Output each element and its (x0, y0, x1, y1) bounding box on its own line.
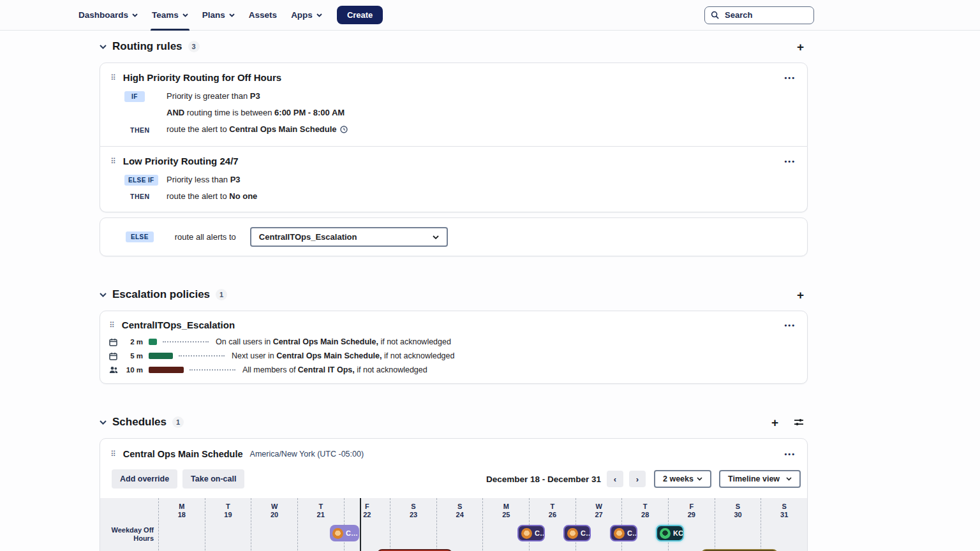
schedule-card: ⠿ Central Ops Main Schedule America/New … (100, 438, 808, 551)
nav-item-label: Plans (202, 10, 225, 20)
day-column: S23 (390, 498, 436, 551)
else-text: route all alerts to (175, 232, 236, 242)
count-badge: 1 (216, 289, 227, 300)
next-period-button[interactable]: › (629, 471, 646, 487)
escalation-step: 2 m On call users in Central Ops Main Sc… (109, 337, 796, 346)
routing-rules-section-header: Routing rules 3 + (100, 37, 808, 56)
more-menu-icon[interactable]: ••• (784, 74, 796, 82)
more-menu-icon[interactable]: ••• (784, 321, 796, 329)
routing-rule-card: ⠿ High Priority Routing for Off Hours ••… (100, 62, 808, 147)
selected-value: CentralITOps_Escalation (259, 232, 357, 242)
period-select[interactable]: 2 weeks (654, 470, 711, 488)
day-column: M18 (158, 498, 205, 551)
shift-label: C… (346, 529, 358, 537)
shift-label: C… (627, 529, 637, 537)
filter-sliders-icon[interactable] (794, 418, 804, 427)
duration-bar (149, 339, 157, 345)
else-badge: ELSE (126, 231, 154, 242)
view-select[interactable]: Timeline view (719, 470, 801, 488)
team-operations-page: Routing rules 3 + ⠿ High Priority Routin… (100, 37, 808, 551)
drag-handle-icon[interactable]: ⠿ (109, 321, 115, 329)
day-column: S30 (715, 498, 761, 551)
day-column: T19 (205, 498, 251, 551)
date-range-label: December 18 - December 31 (486, 474, 601, 484)
avatar (521, 528, 532, 539)
chevron-down-icon (433, 235, 439, 239)
shift-pill[interactable]: C… (610, 525, 637, 541)
nav-item-apps[interactable]: Apps (284, 0, 329, 30)
more-menu-icon[interactable]: ••• (784, 450, 796, 458)
add-override-button[interactable]: Add override (112, 469, 177, 489)
chevron-down-icon (182, 13, 188, 17)
condition-text: AND routing time is between 6:00 PM - 8:… (167, 107, 796, 119)
escalation-policy-name: CentralITOps_Escalation (122, 320, 235, 330)
escalation-step: 5 m Next user in Central Ops Main Schedu… (109, 351, 796, 360)
nav-item-label: Dashboards (78, 10, 128, 20)
collapse-chevron-icon[interactable] (100, 293, 107, 297)
drag-handle-icon[interactable]: ⠿ (110, 158, 116, 165)
else-rule-card: ELSE route all alerts to CentralITOps_Es… (100, 217, 808, 256)
create-button[interactable]: Create (337, 6, 383, 24)
shift-pill[interactable]: C… (563, 525, 591, 541)
shift-pill[interactable]: C… (330, 525, 359, 541)
people-icon (109, 366, 120, 374)
escalation-step-text: On call users in Central Ops Main Schedu… (216, 337, 451, 346)
day-column: W20 (251, 498, 297, 551)
nav-item-dashboards[interactable]: Dashboards (71, 0, 145, 30)
previous-period-button[interactable]: ‹ (607, 471, 623, 487)
selected-value: Timeline view (728, 474, 780, 483)
schedule-timeline: M18 T19 W20 T21 F22 S23 S24 M25 T26 W27 … (100, 498, 807, 551)
day-column: S31 (761, 498, 807, 551)
search-box[interactable] (704, 6, 814, 24)
search-input[interactable] (724, 10, 808, 20)
condition-text: Priority is greater than P3 (167, 90, 796, 103)
schedule-timezone: America/New York (UTC -05:00) (250, 450, 364, 459)
chevron-down-icon (316, 13, 322, 17)
routing-rules-list: ⠿ High Priority Routing for Off Hours ••… (100, 62, 808, 212)
condition-text: Priority less than P3 (167, 173, 796, 186)
timeline-day-columns: M18 T19 W20 T21 F22 S23 S24 M25 T26 W27 … (158, 498, 807, 551)
section-title: Schedules (112, 416, 167, 429)
schedules-section-header: Schedules 1 + (100, 413, 808, 432)
action-text: route the alert to No one (167, 190, 796, 203)
nav-item-assets[interactable]: Assets (242, 0, 284, 30)
escalation-policy-select[interactable]: CentralITOps_Escalation (250, 227, 448, 247)
search-container (704, 6, 814, 24)
chevron-down-icon (132, 13, 138, 17)
nav-item-teams[interactable]: Teams (145, 0, 195, 30)
escalation-policy-card: ⠿ CentralITOps_Escalation ••• 2 m On cal… (100, 311, 808, 384)
shift-pill[interactable]: KC (656, 525, 684, 541)
nav-item-label: Teams (152, 10, 179, 20)
drag-handle-icon[interactable]: ⠿ (110, 450, 116, 458)
count-badge: 3 (188, 41, 200, 52)
rule-title: High Priority Routing for Off Hours (123, 72, 281, 83)
shift-label: C… (581, 529, 591, 537)
dotted-leader (189, 369, 235, 371)
add-escalation-policy-button[interactable]: + (797, 289, 804, 301)
escalation-policies-section-header: Escalation policies 1 + (100, 285, 808, 304)
escalation-delay: 2 m (120, 338, 143, 346)
then-label: THEN (124, 193, 167, 200)
drag-handle-icon[interactable]: ⠿ (110, 74, 116, 82)
shift-label: C… (535, 529, 545, 537)
top-navigation: Dashboards Teams Plans Assets Apps Creat… (0, 0, 980, 31)
more-menu-icon[interactable]: ••• (784, 158, 796, 165)
nav-item-plans[interactable]: Plans (195, 0, 242, 30)
add-schedule-button[interactable]: + (771, 416, 778, 429)
escalation-delay: 10 m (120, 366, 143, 374)
rotation-row-label: Weekday OffHours (100, 526, 154, 543)
avatar (332, 528, 343, 539)
escalation-step-text: All members of Central IT Ops, if not ac… (242, 365, 427, 374)
else-if-badge: ELSE IF (124, 175, 158, 186)
then-label: THEN (124, 126, 167, 134)
collapse-chevron-icon[interactable] (100, 45, 107, 49)
dotted-leader (163, 341, 209, 342)
add-routing-rule-button[interactable]: + (797, 41, 804, 53)
duration-bar (149, 367, 184, 373)
current-time-indicator (360, 498, 361, 551)
take-oncall-button[interactable]: Take on-call (182, 469, 244, 489)
schedule-toolbar: Add override Take on-call December 18 - … (100, 459, 807, 498)
collapse-chevron-icon[interactable] (100, 420, 107, 425)
avatar (660, 528, 671, 539)
shift-pill[interactable]: C… (517, 525, 545, 541)
